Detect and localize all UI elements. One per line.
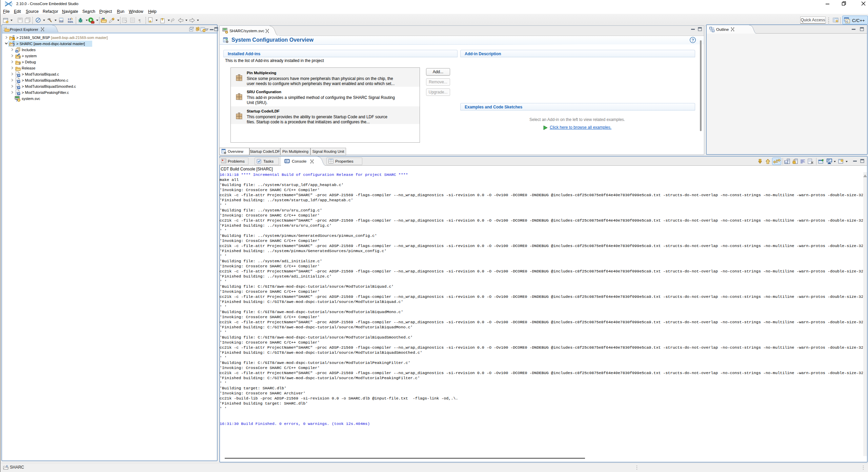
svg-text:¶: ¶ xyxy=(139,18,141,23)
svg-text:010: 010 xyxy=(60,20,63,22)
svg-text:1 0: 1 0 xyxy=(68,18,71,20)
svg-text:?: ? xyxy=(16,99,18,102)
svg-text:?: ? xyxy=(692,38,694,43)
svg-text:?: ? xyxy=(19,62,21,65)
svg-text:C: C xyxy=(846,20,848,23)
svg-text:C: C xyxy=(6,465,8,467)
svg-text:h: h xyxy=(16,50,18,53)
svg-text:0101: 0101 xyxy=(68,21,73,23)
svg-text:?: ? xyxy=(13,43,15,47)
svg-text:?: ? xyxy=(19,56,21,59)
